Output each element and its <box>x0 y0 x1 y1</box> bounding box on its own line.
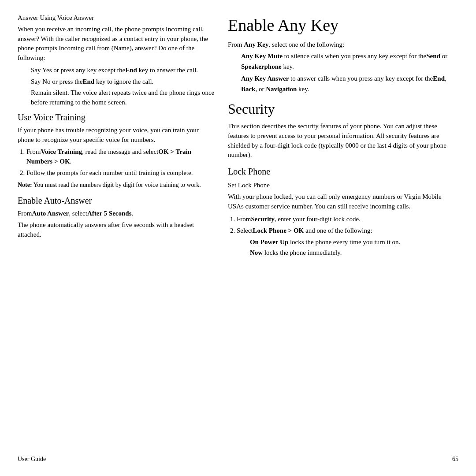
answer-voice-text: When you receive an incoming call, the p… <box>18 26 208 61</box>
any-key-mute-section: Any Key Mute to silence calls when you p… <box>228 52 458 94</box>
auto-answer-para: The phone automatically answers after fi… <box>18 220 215 240</box>
left-column: Answer Using Voice Answer When you recei… <box>18 13 223 447</box>
security-heading: Security <box>228 99 458 119</box>
say-yes-item: Say Yes or press any key except theEnd k… <box>18 66 215 75</box>
say-no-item: Say No or press theEnd key to ignore the… <box>18 77 215 87</box>
footer-label: User Guide <box>18 456 46 463</box>
right-column: Enable Any Key From Any Key, select one … <box>223 13 458 447</box>
page: Answer Using Voice Answer When you recei… <box>0 0 476 476</box>
set-lock-phone-heading: Set Lock Phone <box>228 181 458 190</box>
enable-auto-answer-heading: Enable Auto-Answer <box>18 194 215 207</box>
voice-training-para: If your phone has trouble recognizing yo… <box>18 126 215 145</box>
voice-training-item-1: FromVoice Training, read the message and… <box>26 147 215 167</box>
answer-voice-para: When you receive an incoming call, the p… <box>18 25 215 63</box>
set-lock-para: With your phone locked, you can call onl… <box>228 192 458 212</box>
lock-phone-item-1: FromSecurity, enter your four-digit lock… <box>237 215 458 224</box>
security-para: This section describes the security feat… <box>228 122 458 160</box>
voice-training-item-2: Follow the prompts for each number until… <box>26 168 215 178</box>
auto-answer-from: FromAuto Answer, selectAfter 5 Seconds. <box>18 209 215 219</box>
lock-phone-item-2: SelectLock Phone > OK and one of the fol… <box>237 226 458 257</box>
lock-phone-list: FromSecurity, enter your four-digit lock… <box>228 215 458 257</box>
use-voice-training-heading: Use Voice Training <box>18 111 215 124</box>
lock-phone-sub: On Power Up locks the phone every time y… <box>237 238 458 258</box>
enable-any-key-heading: Enable Any Key <box>228 13 458 37</box>
content-area: Answer Using Voice Answer When you recei… <box>18 13 458 447</box>
lock-phone-heading: Lock Phone <box>228 165 458 178</box>
voice-training-note: Note: You must read the numbers digit by… <box>18 181 215 190</box>
page-footer: User Guide 65 <box>18 452 458 463</box>
footer-page-number: 65 <box>452 456 458 463</box>
answer-voice-heading: Answer Using Voice Answer <box>18 13 215 23</box>
any-key-intro: From Any Key, select one of the followin… <box>228 40 458 50</box>
remain-silent-item: Remain silent. The voice alert repeats t… <box>18 88 215 108</box>
voice-training-list: FromVoice Training, read the message and… <box>18 147 215 178</box>
